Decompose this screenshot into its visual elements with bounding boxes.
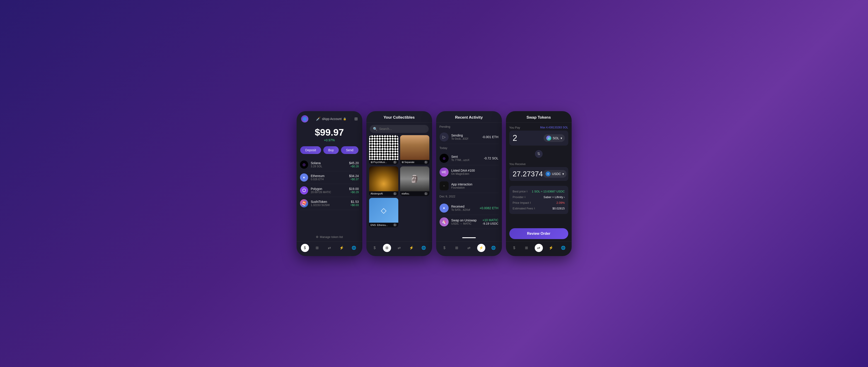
today-section: Today ◎ Sent To 7TMt...uzoX -0.72 SOL ME… xyxy=(436,144,502,193)
p4-nav-collectibles[interactable]: ⊞ xyxy=(523,244,531,252)
nft-separate-name: ⊞ Separate xyxy=(402,161,415,164)
uniswap-neg-amount: -9.19 USDC xyxy=(483,222,498,225)
sent-sol-icon: ◎ xyxy=(439,154,448,163)
uniswap-title: Swap on Uniswap xyxy=(451,219,480,222)
foundation-icon: ▪ xyxy=(439,181,448,191)
review-order-button[interactable]: Review Order xyxy=(509,228,568,239)
received-amount-val: +0.0082 ETH xyxy=(479,206,498,210)
nft-separate[interactable]: ⊞ Separate 1 xyxy=(400,135,429,165)
provider-info-icon[interactable]: ℹ xyxy=(525,196,525,199)
sent-sub: To 7TMt...uzoX xyxy=(451,159,481,162)
activity-uniswap[interactable]: 🦄 Swap on Uniswap USDC → MATIC +10 MATIC… xyxy=(439,215,498,229)
p2-nav-browser[interactable]: 🌐 xyxy=(420,244,428,252)
manage-label: Manage token list xyxy=(320,235,343,239)
nav-swap[interactable]: ⇄ xyxy=(326,244,334,252)
activity-received[interactable]: ♦ Received To 5ATc...62Xof +0.0082 ETH xyxy=(439,201,498,215)
send-button[interactable]: Send xyxy=(341,146,359,154)
swap-direction-button[interactable]: ⇅ xyxy=(535,150,542,158)
p4-nav-browser[interactable]: 🌐 xyxy=(559,244,567,252)
token-polygon[interactable]: ⬡ Polygon 20.69726 MATIC $19.00 +$0.29 xyxy=(300,184,359,197)
provider-label: Provider ℹ xyxy=(513,195,525,199)
price-impact-info-icon[interactable]: ℹ xyxy=(530,201,531,204)
collectibles-header: Your Collectibles xyxy=(366,111,432,123)
nft-abstergo-name: AbstergoAI xyxy=(371,192,383,195)
provider-val[interactable]: Saber + Lifinity › xyxy=(544,195,565,199)
nft-ens-label: ENS: Ethereu... 1 xyxy=(369,223,398,227)
p4-nav-portfolio[interactable]: $ xyxy=(510,244,518,252)
activity-app-interaction[interactable]: ▪ App interaction Foundation xyxy=(439,179,498,193)
search-bar[interactable]: 🔍 xyxy=(370,125,429,133)
sent-amount-val: -0.72 SOL xyxy=(484,157,498,160)
p2-nav-portfolio[interactable]: $ xyxy=(371,244,379,252)
activity-sent[interactable]: ◎ Sent To 7TMt...uzoX -0.72 SOL xyxy=(439,152,498,165)
phone2-bottom-nav: $ ⊞ ⇄ ⚡ 🌐 xyxy=(366,241,432,256)
nft-ens-logo: ◇ xyxy=(381,206,386,214)
activity-sending[interactable]: ▷ Sending To 0xcb...832f -0.001 ETH xyxy=(439,130,498,144)
fees-info-icon[interactable]: ℹ xyxy=(534,207,535,210)
swap-header: Swap Tokens xyxy=(506,111,571,123)
token-sushi[interactable]: 🍣 SushiToken 1.32153 SUSHI $1.53 +$0.03 xyxy=(300,197,359,210)
price-impact-val: 2.09% xyxy=(556,201,565,204)
p2-nav-swap[interactable]: ⇄ xyxy=(395,244,403,252)
listed-sub: On MagicEden xyxy=(451,172,498,175)
sending-info: Sending To 0xcb...832f xyxy=(451,134,479,140)
p3-nav-portfolio[interactable]: $ xyxy=(440,244,448,252)
nft-abstergo[interactable]: AbstergoAI 1 xyxy=(369,166,398,196)
app-interaction-info: App interaction Foundation xyxy=(451,182,498,189)
nav-browser[interactable]: 🌐 xyxy=(350,244,358,252)
lock-icon: 🔒 xyxy=(343,117,346,121)
nft-eiaflou[interactable]: 🗿 eiaflou. 1 xyxy=(400,166,429,196)
sending-icon: ▷ xyxy=(439,132,448,141)
polygon-usd: $19.00 xyxy=(349,187,359,191)
home-indicator xyxy=(462,237,476,238)
grid-qr-icon[interactable]: ⊞ xyxy=(354,116,358,121)
activity-listed[interactable]: ME Listed DAA #100 On MagicEden xyxy=(439,165,498,179)
pay-amount[interactable]: 2 xyxy=(513,133,517,143)
nft-abstergo-badge: 1 xyxy=(393,192,397,195)
p2-nav-activity[interactable]: ⚡ xyxy=(407,244,415,252)
uniswap-sub: USDC → MATIC xyxy=(451,222,480,225)
phones-container: 🌐 🗡️ dApp Account 🔒 ⊞ $99.97 +0.97% Depo… xyxy=(297,111,571,256)
p4-nav-activity[interactable]: ⚡ xyxy=(547,244,555,252)
receive-token-select[interactable]: $ USDC ▾ xyxy=(543,170,567,178)
deposit-button[interactable]: Deposit xyxy=(300,146,321,154)
magic-eden-icon: ME xyxy=(439,168,448,176)
p2-nav-collectibles[interactable]: ⊞ xyxy=(383,244,391,252)
nft-eiaflou-badge: 1 xyxy=(424,192,428,195)
today-label: Today xyxy=(439,146,498,149)
search-input[interactable] xyxy=(379,127,426,131)
activity-header: Recent Activity xyxy=(436,111,502,123)
best-price-label: Best price ℹ xyxy=(513,190,528,193)
received-title: Received xyxy=(451,205,477,208)
token-solana[interactable]: ◎ Solana 3.28 SOL $45.20 +$0.28 xyxy=(300,158,359,171)
manage-token-list[interactable]: ⚙ Manage token list xyxy=(297,233,362,241)
nft-ens[interactable]: ◇ ENS: Ethereu... 1 xyxy=(369,198,398,228)
nav-portfolio[interactable]: $ xyxy=(301,244,309,252)
nav-activity[interactable]: ⚡ xyxy=(338,244,346,252)
p4-nav-swap[interactable]: ⇄ xyxy=(535,244,543,252)
p3-nav-browser[interactable]: 🌐 xyxy=(489,244,498,252)
phone-dapp-account: 🌐 🗡️ dApp Account 🔒 ⊞ $99.97 +0.97% Depo… xyxy=(297,111,362,256)
ethereum-amount: 0.026 ETH xyxy=(311,178,349,181)
ethereum-usd: $34.24 xyxy=(349,174,359,178)
uniswap-info: Swap on Uniswap USDC → MATIC xyxy=(451,219,480,225)
solana-amount: 3.28 SOL xyxy=(311,165,349,168)
account-name-row[interactable]: 🗡️ dApp Account 🔒 xyxy=(316,116,346,121)
phone-collectibles: Your Collectibles 🔍 ⊞ Psychillusi... 1 ⊞ xyxy=(366,111,432,256)
dec9-section: ♦ Received To 5ATc...62Xof +0.0082 ETH 🦄… xyxy=(436,199,502,229)
app-interaction-title: App interaction xyxy=(451,182,498,186)
p3-nav-activity[interactable]: ⚡ xyxy=(477,244,485,252)
ethereum-name: Ethereum xyxy=(311,174,349,178)
swap-details-section: Best price ℹ 1 SOL ≈ 13.63687 USDC Provi… xyxy=(509,186,568,214)
best-price-info-icon[interactable]: ℹ xyxy=(527,190,527,193)
token-ethereum[interactable]: ♦ Ethereum 0.026 ETH $34.24 +$0.37 xyxy=(300,171,359,184)
sushi-info: SushiToken 1.32153 SUSHI xyxy=(311,200,350,207)
p3-nav-swap[interactable]: ⇄ xyxy=(465,244,473,252)
p3-nav-collectibles[interactable]: ⊞ xyxy=(453,244,461,252)
best-price-row: Best price ℹ 1 SOL ≈ 13.63687 USDC xyxy=(513,189,565,194)
nft-psychillusi[interactable]: ⊞ Psychillusi... 1 xyxy=(369,135,398,165)
nav-collectibles[interactable]: ⊞ xyxy=(313,244,321,252)
buy-button[interactable]: Buy xyxy=(323,146,339,154)
pay-token-select[interactable]: ◎ SOL ▾ xyxy=(544,134,565,142)
polygon-icon: ⬡ xyxy=(300,186,308,195)
